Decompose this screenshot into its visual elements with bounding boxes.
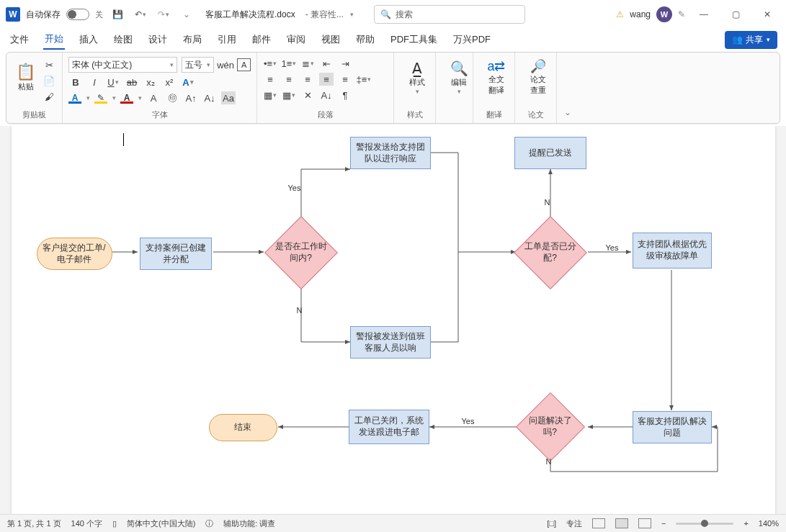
shading-icon[interactable]: ▦▾ xyxy=(263,89,277,102)
print-layout-icon[interactable] xyxy=(615,518,628,528)
multilevel-list-icon[interactable]: ≣▾ xyxy=(300,57,315,70)
align-left-icon[interactable]: ≡ xyxy=(263,73,277,86)
styles-button[interactable]: A̲样式▾ xyxy=(400,55,434,99)
font-color2-icon[interactable]: A xyxy=(120,93,133,104)
distribute-icon[interactable]: ≡ xyxy=(338,73,352,86)
flow-team-solve[interactable]: 客服支持团队解决问题 xyxy=(633,411,712,443)
flow-decision-solved[interactable]: 问题解决了吗? xyxy=(526,402,575,451)
text-effects-icon[interactable]: A▾ xyxy=(181,76,195,89)
tab-design[interactable]: 设计 xyxy=(147,30,169,49)
justify-icon[interactable]: ≡ xyxy=(319,73,334,86)
tab-file[interactable]: 文件 xyxy=(9,30,30,49)
show-marks-icon[interactable]: ¶ xyxy=(338,89,352,102)
superscript-icon[interactable]: x² xyxy=(162,76,177,89)
flow-ticket-closed[interactable]: 工单已关闭，系统发送跟进电子邮 xyxy=(349,410,429,444)
character-border-icon[interactable]: A xyxy=(237,58,251,71)
minimize-button[interactable]: — xyxy=(691,4,717,24)
italic-icon[interactable]: I xyxy=(87,76,102,89)
align-center-icon[interactable]: ≡ xyxy=(282,73,296,86)
flow-alert-team[interactable]: 警报发送给支持团队以进行响应 xyxy=(350,137,431,169)
highlight-icon[interactable]: ✎ xyxy=(94,93,107,104)
borders-icon[interactable]: ▦▾ xyxy=(282,89,296,102)
align-right-icon[interactable]: ≡ xyxy=(300,73,315,86)
status-language[interactable]: 简体中文(中国大陆) xyxy=(127,518,195,529)
font-color-icon[interactable]: A xyxy=(68,93,81,104)
flow-end[interactable]: 结束 xyxy=(209,414,277,441)
qat-customize-icon[interactable]: ⌄ xyxy=(178,6,195,23)
strikethrough-icon[interactable]: ab xyxy=(125,76,139,89)
close-button[interactable]: ✕ xyxy=(754,4,780,24)
cut-icon[interactable]: ✂ xyxy=(42,58,56,71)
tab-mail[interactable]: 邮件 xyxy=(251,30,272,49)
status-focus[interactable]: 专注 xyxy=(566,518,582,529)
tab-help[interactable]: 帮助 xyxy=(354,30,376,49)
web-layout-icon[interactable] xyxy=(638,518,651,528)
tab-home[interactable]: 开始 xyxy=(43,30,65,50)
maximize-button[interactable]: ▢ xyxy=(723,4,749,24)
flow-start[interactable]: 客户提交的工单/电子邮件 xyxy=(37,238,112,270)
page[interactable]: 客户提交的工单/电子邮件 支持案例已创建并分配 是否在工作时间内? Yes N … xyxy=(12,126,775,514)
read-mode-icon[interactable] xyxy=(592,518,605,528)
tab-wanxing[interactable]: 万兴PDF xyxy=(452,30,492,49)
warning-icon[interactable]: ⚠ xyxy=(616,9,624,19)
ribbon-collapse-icon[interactable]: ⌄ xyxy=(557,53,579,123)
flow-reminder-sent[interactable]: 提醒已发送 xyxy=(514,137,586,169)
decrease-indent-icon[interactable]: ⇤ xyxy=(319,57,334,70)
font-name-combo[interactable]: 宋体 (中文正文)▾ xyxy=(68,57,177,73)
tab-draw[interactable]: 绘图 xyxy=(112,30,134,49)
thesis-check-button[interactable]: 🔎论文 查重 xyxy=(521,55,555,99)
flow-case-created[interactable]: 支持案例已创建并分配 xyxy=(140,238,212,270)
line-spacing-icon[interactable]: ‡≡▾ xyxy=(357,73,371,86)
enclose-characters-icon[interactable]: ㊞ xyxy=(165,91,179,104)
edge-yes-3: Yes xyxy=(462,417,475,425)
zoom-slider[interactable] xyxy=(676,523,733,525)
character-shading-icon[interactable]: A xyxy=(146,91,161,104)
copy-icon[interactable]: 📄 xyxy=(42,74,56,87)
save-icon[interactable]: 💾 xyxy=(109,6,126,23)
asian-layout-icon[interactable]: ✕ xyxy=(300,89,315,102)
tab-insert[interactable]: 插入 xyxy=(78,30,99,49)
font-size-combo[interactable]: 五号▾ xyxy=(182,57,215,73)
tab-review[interactable]: 审阅 xyxy=(285,30,307,49)
flow-decision-assigned[interactable]: 工单是否已分配? xyxy=(524,227,576,279)
title-dropdown-icon[interactable]: ▾ xyxy=(350,11,354,18)
numbering-icon[interactable]: 1≡▾ xyxy=(282,57,296,70)
sort-icon[interactable]: A↓ xyxy=(319,89,334,102)
flow-decision-workhours[interactable]: 是否在工作时间内? xyxy=(275,227,327,279)
subscript-icon[interactable]: x₂ xyxy=(143,76,158,89)
change-case-icon[interactable]: Aa xyxy=(221,91,236,104)
editing-button[interactable]: 🔍编辑▾ xyxy=(442,55,476,99)
autosave-toggle[interactable] xyxy=(66,9,89,20)
focus-mode-icon[interactable]: [□] xyxy=(547,519,556,528)
flow-decision-assigned-text: 工单是否已分配? xyxy=(524,227,576,279)
flow-team-review[interactable]: 支持团队根据优先级审核故障单 xyxy=(633,233,712,269)
tab-references[interactable]: 引用 xyxy=(216,30,238,49)
user-avatar[interactable]: W xyxy=(656,6,672,22)
underline-icon[interactable]: U▾ xyxy=(106,76,120,89)
tab-pdfkit[interactable]: PDF工具集 xyxy=(389,30,439,49)
phonetic-guide-icon[interactable]: wén xyxy=(218,58,233,71)
tab-layout[interactable]: 布局 xyxy=(182,30,203,49)
zoom-level[interactable]: 140% xyxy=(759,519,779,528)
grow-font-icon[interactable]: A↑ xyxy=(184,91,198,104)
redo-icon[interactable]: ↷▾ xyxy=(155,6,172,23)
format-painter-icon[interactable]: 🖌 xyxy=(42,90,56,103)
shrink-font-icon[interactable]: A↓ xyxy=(202,91,217,104)
bold-icon[interactable]: B xyxy=(68,76,83,89)
translate-button[interactable]: a⇄全文 翻译 xyxy=(479,55,514,99)
search-input[interactable]: 🔍 搜索 xyxy=(374,5,525,24)
flow-alert-oncall[interactable]: 警报被发送到值班客服人员以响 xyxy=(350,326,431,359)
increase-indent-icon[interactable]: ⇥ xyxy=(338,57,352,70)
undo-icon[interactable]: ↶▾ xyxy=(132,6,149,23)
paste-button[interactable]: 📋粘贴 xyxy=(12,55,39,99)
tab-view[interactable]: 视图 xyxy=(320,30,341,49)
status-page[interactable]: 第 1 页, 共 1 页 xyxy=(7,518,61,529)
zoom-in-button[interactable]: + xyxy=(743,519,748,528)
status-accessibility[interactable]: 辅助功能: 调查 xyxy=(223,518,275,529)
bullets-icon[interactable]: •≡▾ xyxy=(263,57,277,70)
share-button[interactable]: 👥共享▾ xyxy=(725,31,777,49)
zoom-out-button[interactable]: − xyxy=(661,519,666,528)
autosave-label: 自动保存 xyxy=(26,9,61,21)
status-wordcount[interactable]: 140 个字 xyxy=(71,518,102,529)
pen-icon[interactable]: ✎ xyxy=(678,9,685,19)
